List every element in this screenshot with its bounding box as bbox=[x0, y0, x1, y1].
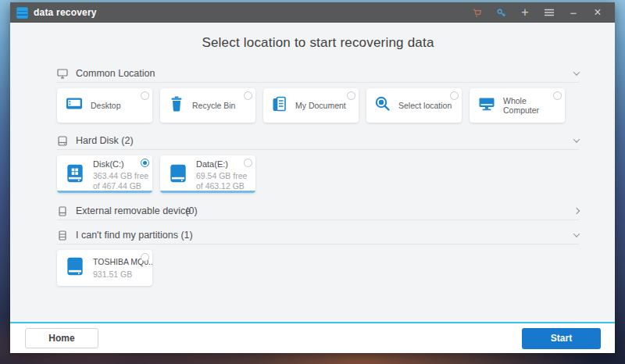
card-toshiba-drive[interactable]: TOSHIBA MQ0... 931.51 GB bbox=[57, 250, 152, 286]
radio-unchecked[interactable] bbox=[347, 91, 355, 100]
key-icon[interactable] bbox=[493, 5, 509, 20]
home-button[interactable]: Home bbox=[25, 328, 98, 348]
app-title: data recovery bbox=[34, 7, 97, 18]
disk-capacity-bar bbox=[160, 191, 255, 193]
drive-outline-icon bbox=[57, 230, 68, 241]
section-partitions[interactable]: I can't find my partitions (1) bbox=[57, 227, 579, 244]
card-data-e[interactable]: Data(E:) 69.54 GB free of 463.12 GB bbox=[160, 155, 255, 193]
titlebar: data recovery + − × bbox=[10, 2, 615, 23]
page-title: Select location to start recovering data bbox=[57, 35, 579, 51]
desktop-icon bbox=[64, 95, 84, 116]
main-content: Select location to start recovering data… bbox=[10, 23, 615, 322]
recycle-bin-icon bbox=[167, 95, 186, 116]
card-recycle-bin[interactable]: Recycle Bin bbox=[160, 88, 255, 123]
radio-unchecked[interactable] bbox=[244, 159, 252, 167]
chevron-down-icon[interactable] bbox=[573, 69, 580, 75]
chevron-right-icon[interactable] bbox=[573, 208, 580, 214]
radio-unchecked[interactable] bbox=[553, 91, 562, 100]
minimize-icon[interactable]: − bbox=[566, 5, 581, 20]
radio-unchecked[interactable] bbox=[141, 91, 149, 100]
start-button[interactable]: Start bbox=[522, 328, 601, 349]
disk-capacity-bar bbox=[57, 191, 152, 193]
hard-disk-cards: Disk(C:) 363.44 GB free of 467.44 GB D bbox=[57, 155, 579, 193]
card-label: Whole Computer bbox=[503, 96, 560, 115]
card-my-document[interactable]: My Document bbox=[263, 88, 359, 123]
footer-bar: Home Start bbox=[10, 322, 615, 353]
search-icon bbox=[373, 95, 392, 116]
card-desktop[interactable]: Desktop bbox=[57, 88, 152, 123]
computer-icon bbox=[477, 95, 497, 116]
hard-drive-icon bbox=[167, 162, 189, 187]
radio-unchecked[interactable] bbox=[450, 91, 459, 100]
disk-free-space: 363.44 GB free bbox=[93, 171, 148, 181]
card-disk-c[interactable]: Disk(C:) 363.44 GB free of 467.44 GB bbox=[57, 155, 152, 193]
drive-outline-icon bbox=[57, 136, 68, 146]
disk-name: Data(E:) bbox=[196, 159, 247, 169]
partition-cards: TOSHIBA MQ0... 931.51 GB bbox=[57, 250, 579, 286]
section-hard-disk[interactable]: Hard Disk (2) bbox=[57, 132, 579, 150]
radio-unchecked[interactable] bbox=[141, 253, 149, 262]
card-label: My Document bbox=[295, 101, 346, 110]
cart-icon[interactable] bbox=[469, 5, 484, 20]
radio-unchecked[interactable] bbox=[244, 91, 252, 100]
chevron-down-icon[interactable] bbox=[573, 136, 580, 142]
app-logo-icon bbox=[16, 7, 28, 19]
drive-outline-icon bbox=[57, 206, 68, 216]
card-label: Recycle Bin bbox=[192, 101, 235, 110]
section-count: (0) bbox=[185, 205, 197, 216]
menu-icon[interactable] bbox=[541, 5, 557, 20]
common-location-cards: Desktop Recycle Bin bbox=[57, 88, 579, 123]
drive-size: 931.51 GB bbox=[93, 269, 152, 279]
card-label: Desktop bbox=[91, 101, 121, 110]
app-window: data recovery + − × Select lo bbox=[10, 2, 615, 353]
card-select-location[interactable]: Select location bbox=[366, 88, 462, 123]
document-icon bbox=[270, 95, 289, 116]
chevron-down-icon[interactable] bbox=[573, 230, 580, 237]
plus-icon[interactable]: + bbox=[517, 5, 533, 20]
section-external-device[interactable]: External removable device (0) bbox=[57, 202, 579, 220]
hard-drive-icon bbox=[64, 255, 86, 280]
disk-free-space: 69.54 GB free bbox=[196, 171, 247, 181]
radio-checked[interactable] bbox=[141, 159, 149, 167]
section-common-location[interactable]: Common Location bbox=[57, 65, 579, 83]
monitor-outline-icon bbox=[57, 69, 68, 79]
close-icon[interactable]: × bbox=[590, 5, 605, 20]
section-label: Hard Disk (2) bbox=[76, 135, 134, 146]
section-label: Common Location bbox=[76, 68, 155, 79]
card-whole-computer[interactable]: Whole Computer bbox=[470, 88, 565, 123]
card-label: Select location bbox=[398, 101, 452, 110]
hard-drive-windows-icon bbox=[64, 162, 86, 187]
section-label: I can't find my partitions (1) bbox=[76, 230, 193, 241]
section-label: External removable device bbox=[76, 205, 191, 216]
